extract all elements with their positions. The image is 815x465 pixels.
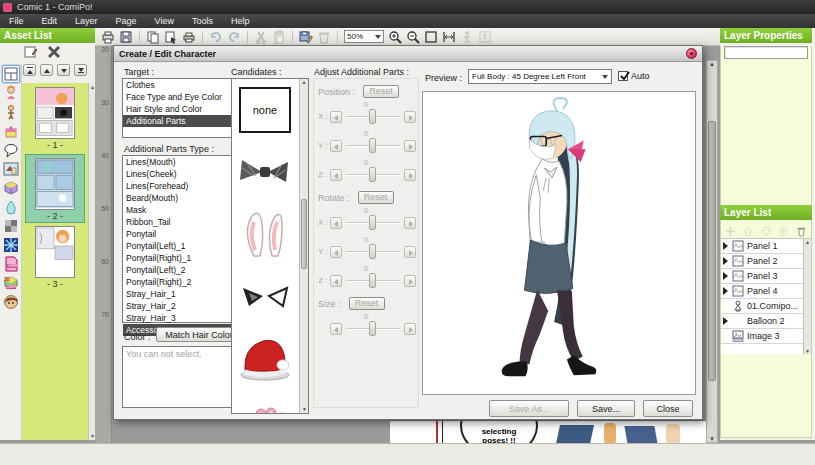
tone-icon[interactable] bbox=[2, 217, 20, 235]
parts-type-item[interactable]: Beard(Mouth) bbox=[123, 192, 241, 204]
increment-button[interactable] bbox=[404, 217, 416, 229]
delete-layer-icon[interactable] bbox=[796, 223, 807, 235]
parts-type-item[interactable]: Ponytail(Right)_2 bbox=[123, 276, 241, 288]
parts-type-item[interactable]: Lines(Mouth) bbox=[123, 156, 241, 168]
save-icon[interactable] bbox=[119, 30, 133, 44]
decrement-button[interactable] bbox=[330, 275, 342, 287]
target-item[interactable]: Clothes bbox=[123, 79, 241, 91]
decrement-button[interactable] bbox=[330, 217, 342, 229]
menu-page[interactable]: Page bbox=[107, 14, 146, 28]
expander-icon[interactable] bbox=[723, 287, 728, 295]
user-3d-icon[interactable]: 3DUSER bbox=[2, 274, 20, 292]
candidates-scrollbar[interactable]: ▲▼ bbox=[299, 79, 308, 413]
parts-type-item[interactable]: Stray_Hair_2 bbox=[123, 300, 241, 312]
paste-icon[interactable] bbox=[272, 30, 286, 44]
menu-layer[interactable]: Layer bbox=[66, 14, 107, 28]
increment-button[interactable] bbox=[404, 140, 416, 152]
menu-file[interactable]: File bbox=[0, 14, 33, 28]
decrement-button[interactable] bbox=[330, 169, 342, 181]
increment-button[interactable] bbox=[404, 323, 416, 335]
size-reset-button[interactable]: Reset bbox=[349, 297, 385, 310]
menu-help[interactable]: Help bbox=[222, 14, 259, 28]
item-3d-icon[interactable] bbox=[2, 179, 20, 197]
slider-thumb[interactable] bbox=[369, 138, 376, 153]
position-reset-button[interactable]: Reset bbox=[363, 85, 399, 98]
fit-width-icon[interactable] bbox=[442, 30, 456, 44]
decrement-button[interactable] bbox=[330, 323, 342, 335]
slider-thumb[interactable] bbox=[369, 244, 376, 259]
slider-thumb[interactable] bbox=[369, 109, 376, 124]
balloon-icon[interactable] bbox=[2, 141, 20, 159]
export-page-icon[interactable] bbox=[164, 30, 178, 44]
redo-icon[interactable] bbox=[227, 30, 241, 44]
scrollbar-thumb[interactable] bbox=[708, 121, 716, 381]
candidate-none[interactable]: none bbox=[232, 79, 298, 141]
move-bottom-button[interactable] bbox=[74, 64, 87, 76]
user-character-icon[interactable] bbox=[2, 293, 20, 311]
target-item[interactable]: Face Type and Eye Color bbox=[123, 91, 241, 103]
effect-drop-icon[interactable] bbox=[2, 198, 20, 216]
decrement-button[interactable] bbox=[330, 246, 342, 258]
save-as-button[interactable]: Save As... bbox=[489, 400, 569, 417]
merge-layer-icon[interactable] bbox=[778, 223, 789, 235]
move-top-button[interactable] bbox=[23, 64, 36, 76]
scroll-up-icon[interactable]: ▲ bbox=[707, 61, 717, 67]
zoom-level-select[interactable]: 50% bbox=[344, 30, 384, 43]
expander-icon[interactable] bbox=[723, 242, 728, 250]
cut-icon[interactable] bbox=[254, 30, 268, 44]
dialog-close-icon[interactable] bbox=[686, 48, 697, 59]
menu-tools[interactable]: Tools bbox=[183, 14, 222, 28]
candidate-plaid-bow[interactable] bbox=[232, 141, 298, 203]
parts-type-item[interactable]: Ponytail bbox=[123, 228, 241, 240]
slider-thumb[interactable] bbox=[369, 273, 376, 288]
slider-thumb[interactable] bbox=[369, 321, 376, 336]
rotate-reset-button[interactable]: Reset bbox=[358, 191, 394, 204]
slider-thumb[interactable] bbox=[369, 215, 376, 230]
edit-page-icon[interactable] bbox=[24, 45, 38, 59]
parts-type-item[interactable]: Ponytail(Right)_1 bbox=[123, 252, 241, 264]
layer-row-image[interactable]: Image 3 bbox=[721, 329, 811, 344]
parts-type-item[interactable]: Stray_Hair_3 bbox=[123, 312, 241, 324]
move-layer-up-icon[interactable] bbox=[743, 223, 754, 235]
parts-type-item[interactable]: Ponytail(Left)_2 bbox=[123, 264, 241, 276]
character-icon[interactable] bbox=[2, 84, 20, 102]
zoom-in-icon[interactable] bbox=[388, 30, 402, 44]
decrement-button[interactable] bbox=[330, 111, 342, 123]
scroll-down-icon[interactable]: ▼ bbox=[707, 436, 717, 442]
delete-page-icon[interactable] bbox=[47, 45, 61, 59]
candidate-flower-wreath[interactable] bbox=[232, 389, 298, 414]
increment-button[interactable] bbox=[404, 169, 416, 181]
increment-button[interactable] bbox=[404, 111, 416, 123]
move-up-button[interactable] bbox=[40, 64, 53, 76]
page-layout-icon[interactable] bbox=[2, 65, 20, 83]
expander-icon[interactable] bbox=[723, 257, 728, 265]
layer-row-panel-1[interactable]: Panel 1 bbox=[721, 239, 811, 254]
delete-icon[interactable] bbox=[317, 30, 331, 44]
copy-page-icon[interactable] bbox=[146, 30, 160, 44]
candidate-bunny-ears[interactable] bbox=[232, 203, 298, 265]
undo-icon[interactable] bbox=[209, 30, 223, 44]
background-icon[interactable] bbox=[2, 160, 20, 178]
layer-name-input[interactable] bbox=[724, 46, 808, 59]
parts-type-item[interactable]: Lines(Cheek) bbox=[123, 168, 241, 180]
character-pose-icon[interactable] bbox=[460, 30, 474, 44]
preview-view-select[interactable]: Full Body : 45 Degree Left Front bbox=[468, 69, 612, 84]
character-pose-icon[interactable] bbox=[2, 103, 20, 121]
zoom-out-icon[interactable] bbox=[406, 30, 420, 44]
canvas-vertical-scrollbar[interactable]: ▲ ▼ bbox=[706, 60, 718, 443]
target-item[interactable]: Hair Style and Color bbox=[123, 103, 241, 115]
page-thumbnail-2[interactable] bbox=[35, 158, 75, 210]
item-icon[interactable] bbox=[2, 122, 20, 140]
effect-burst-icon[interactable] bbox=[2, 236, 20, 254]
fit-page-icon[interactable] bbox=[424, 30, 438, 44]
expander-icon[interactable] bbox=[723, 272, 728, 280]
parts-type-item[interactable]: Ribbon_Tail bbox=[123, 216, 241, 228]
move-layer-down-icon[interactable] bbox=[761, 223, 772, 235]
layer-row-character[interactable]: 01.Comipo... bbox=[721, 299, 811, 314]
print-preview-icon[interactable] bbox=[182, 30, 196, 44]
expander-icon[interactable] bbox=[723, 317, 728, 325]
page-selection-2[interactable]: - 2 - bbox=[26, 155, 84, 222]
increment-button[interactable] bbox=[404, 275, 416, 287]
target-item-selected[interactable]: Additional Parts bbox=[123, 115, 241, 127]
comic-page-partial[interactable]: selecting poses! !! bbox=[390, 420, 706, 443]
